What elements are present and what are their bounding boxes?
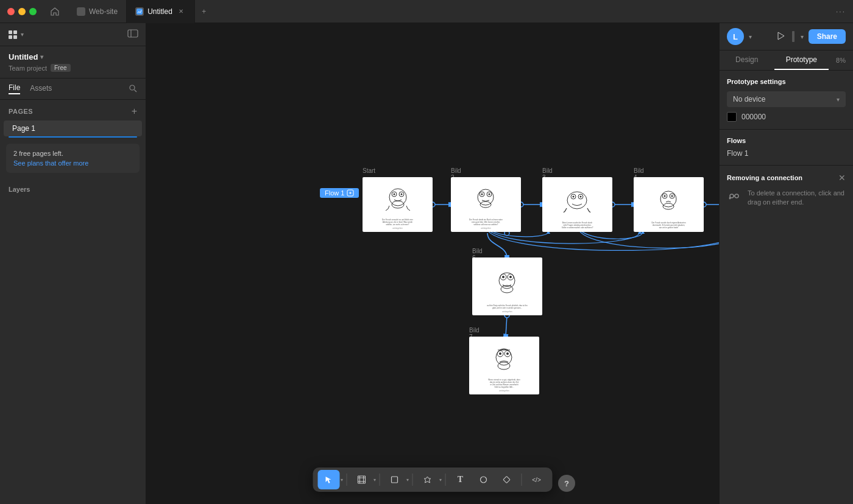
frame-bild2-card[interactable]: Der Frosch denkt ein Buch zu lesen wäree… xyxy=(451,177,521,232)
frame-bild3-text: Beim Lernen wurde der Frosch durchviele … xyxy=(545,222,610,229)
svg-line-9 xyxy=(135,89,137,92)
play-dropdown[interactable]: ▾ xyxy=(801,33,804,40)
svg-point-65 xyxy=(509,276,512,278)
connections-svg xyxy=(146,23,719,504)
add-tab-button[interactable]: + xyxy=(195,0,213,23)
rp-header: L ▾ ▾ Share xyxy=(720,23,853,51)
tools-button[interactable]: ▾ xyxy=(7,29,24,40)
svg-point-27 xyxy=(400,193,402,195)
canvas[interactable]: Flow 1 Start xyxy=(146,23,719,504)
frog-illustration-7 xyxy=(487,345,521,373)
svg-rect-4 xyxy=(9,35,12,39)
frame-tool-dropdown[interactable]: ▾ xyxy=(373,477,376,483)
layers-title: Layers xyxy=(9,186,30,193)
flow-item-1[interactable]: Flow 1 xyxy=(727,149,846,158)
frame-bild6-card[interactable]: auf der Party sieht der Frosch plötzlich… xyxy=(472,257,542,315)
free-pages-info: 2 free pages left. See plans that offer … xyxy=(6,144,140,173)
device-label: No device xyxy=(733,95,765,103)
prototype-settings-section: Prototype settings No device ▾ 000000 xyxy=(720,71,853,130)
panel-toggle-button[interactable] xyxy=(127,28,138,41)
svg-point-32 xyxy=(481,194,483,195)
svg-rect-2 xyxy=(9,30,12,34)
frame-bild3-card[interactable]: Beim Lernen wurde der Frosch durchviele … xyxy=(542,177,612,232)
active-page-indicator xyxy=(9,136,137,138)
removing-content: To delete a connection, click and drag o… xyxy=(727,189,846,208)
tab-close-button[interactable]: ✕ xyxy=(176,7,186,16)
tab-file[interactable]: File xyxy=(9,83,20,94)
user-avatar[interactable]: L xyxy=(727,28,744,45)
background-color-row: 000000 xyxy=(727,112,846,122)
svg-point-71 xyxy=(506,352,509,355)
svg-point-44 xyxy=(671,195,673,197)
svg-rect-6 xyxy=(128,30,138,37)
see-plans-link[interactable]: See plans that offer more xyxy=(13,159,132,167)
svg-point-80 xyxy=(481,477,487,483)
pen-tool-dropdown[interactable]: ▾ xyxy=(439,477,442,483)
removing-connection-section: Removing a connection ✕ To delete a conn… xyxy=(720,166,853,215)
close-traffic-light[interactable] xyxy=(7,8,15,15)
help-button[interactable]: ? xyxy=(558,475,575,492)
text-tool-button[interactable]: T xyxy=(450,470,472,489)
toolbar-divider-1 xyxy=(347,474,347,486)
svg-point-64 xyxy=(502,276,504,278)
select-tool-dropdown[interactable]: ▾ xyxy=(340,477,343,483)
pen-tool-button[interactable] xyxy=(417,470,439,489)
tab-assets[interactable]: Assets xyxy=(30,84,52,94)
svg-point-40 xyxy=(660,191,676,207)
component-tool-button[interactable] xyxy=(496,470,518,489)
device-select[interactable]: No device ▾ xyxy=(727,91,846,107)
tab-website[interactable]: Web-site xyxy=(68,0,127,23)
toolbar-divider-3 xyxy=(412,474,413,486)
frame-bild4-card[interactable]: Der Frosch wurde durch eigene Antwortenü… xyxy=(634,177,704,232)
tab-untitled[interactable]: Untitled ✕ xyxy=(127,0,195,23)
maximize-traffic-light[interactable] xyxy=(29,8,37,15)
removing-close-button[interactable]: ✕ xyxy=(838,173,846,183)
code-tool-button[interactable]: </> xyxy=(526,470,548,489)
home-button[interactable] xyxy=(46,3,63,20)
page-item-1[interactable]: Page 1 xyxy=(4,121,142,136)
color-swatch[interactable] xyxy=(727,112,737,122)
svg-point-39 xyxy=(580,195,582,197)
tab-design[interactable]: Design xyxy=(720,51,774,70)
svg-rect-74 xyxy=(358,476,366,483)
tab-bar: Web-site Untitled ✕ + xyxy=(68,0,213,23)
ellipse-tool-button[interactable] xyxy=(473,470,495,489)
sidebar-top-bar: ▾ xyxy=(0,23,146,46)
flow-badge[interactable]: Flow 1 xyxy=(320,188,359,198)
minimize-traffic-light[interactable] xyxy=(18,8,26,15)
share-button[interactable]: Share xyxy=(809,29,846,44)
search-button[interactable] xyxy=(129,84,137,94)
removing-title: Removing a connection xyxy=(727,174,802,181)
shape-tool-dropdown[interactable]: ▾ xyxy=(406,477,409,483)
frame-tool-group: ▾ xyxy=(351,470,376,489)
shape-tool-button[interactable] xyxy=(384,470,406,489)
project-name[interactable]: Untitled ▾ xyxy=(9,52,137,61)
tab-untitled-label: Untitled xyxy=(147,7,172,16)
play-button[interactable] xyxy=(775,30,786,43)
tab-website-label: Web-site xyxy=(89,7,118,16)
rp-design-prototype-tabs: Design Prototype xyxy=(720,51,829,70)
frame-start-label: Start xyxy=(363,167,375,174)
frog-illustration-6 xyxy=(490,268,524,296)
svg-point-45 xyxy=(663,203,674,209)
titlebar-dots[interactable]: ··· xyxy=(836,7,846,16)
free-pages-text: 2 free pages left. xyxy=(13,150,132,157)
tab-prototype[interactable]: Prototype xyxy=(774,51,829,70)
layers-header: Layers xyxy=(0,179,146,197)
svg-rect-3 xyxy=(13,30,17,34)
frame-start-text: Der Frosch versucht es und klickt eineAn… xyxy=(365,219,430,226)
frame-bild7-card[interactable]: Wenn einmal er so gut, abgelenkt, aberda… xyxy=(469,337,539,394)
tab-website-icon xyxy=(77,7,85,16)
titlebar: Web-site Untitled ✕ + ··· xyxy=(0,0,853,23)
frame-bild4-text: Der Frosch wurde durch eigene Antwortenü… xyxy=(636,222,701,229)
removing-icon xyxy=(727,189,742,203)
frame-start-card[interactable]: Der Frosch versucht es und klickt eineAn… xyxy=(363,177,433,232)
add-page-button[interactable]: + xyxy=(132,106,137,117)
frame-tool-button[interactable] xyxy=(351,470,373,489)
removing-header: Removing a connection ✕ xyxy=(727,173,846,183)
color-value: 000000 xyxy=(742,113,766,121)
select-tool-button[interactable] xyxy=(318,470,340,489)
avatar-dropdown-arrow[interactable]: ▾ xyxy=(749,33,752,40)
svg-rect-79 xyxy=(392,477,398,483)
project-header: Untitled ▾ Team project Free xyxy=(0,46,146,79)
